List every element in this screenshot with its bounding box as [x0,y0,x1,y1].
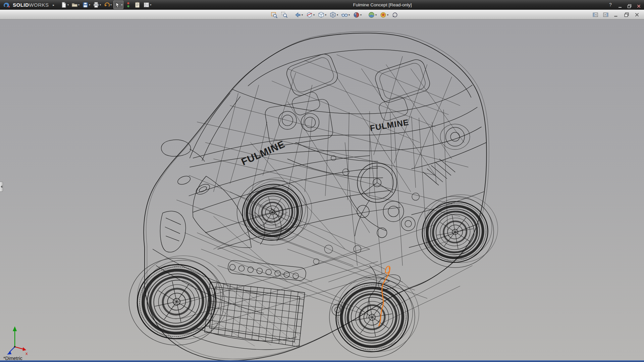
rear-right-wheel[interactable] [417,193,497,267]
save-button[interactable]: ▾ [81,1,91,9]
new-document-icon [61,2,67,8]
hide-show-items-button[interactable]: ▾ [340,10,351,19]
display-style-button[interactable]: ▾ [328,10,339,19]
dropdown-caret-icon[interactable]: ▾ [121,3,122,6]
open-icon [71,2,78,8]
wireframe-car-model[interactable]: FULMINE FULMINE [129,32,498,360]
dropdown-caret-icon[interactable]: ▾ [337,13,338,16]
file-properties-button[interactable] [133,1,142,9]
help-button[interactable]: ? [608,0,613,10]
view-orientation-button[interactable]: ▾ [317,10,327,19]
view-toolbar: ▾▾▾▾▾▾▾▾ [270,10,399,19]
collapse-feature-pane-icon [593,12,598,17]
standard-toolbar: ▾▾▾▾▾▾▾ [60,1,152,9]
previous-view-button[interactable]: ▾ [293,10,304,19]
print-icon [93,2,99,8]
selection-filter-icon [125,2,131,8]
close-document-icon [634,12,640,17]
show-task-pane-button[interactable] [602,11,609,18]
hide-show-items-icon [341,11,348,18]
section-view-icon [306,11,313,18]
minimize-button[interactable] [617,1,623,8]
dropdown-caret-icon[interactable]: ▾ [150,3,151,6]
graphics-viewport[interactable]: FULMINE FULMINE [0,19,644,360]
selection-filter-button[interactable] [124,1,132,9]
view-settings-button[interactable]: ▾ [379,10,389,19]
dropdown-caret-icon[interactable]: ▾ [325,13,326,16]
heads-up-view-bar: ▾▾▾▾▾▾▾▾ [0,10,644,19]
close-icon [637,4,641,8]
dropdown-caret-icon[interactable]: ▾ [100,3,101,6]
dropdown-caret-icon[interactable]: ▾ [78,3,79,6]
close-document-button[interactable] [633,11,641,18]
print-button[interactable]: ▾ [92,1,102,9]
decal-text-rear: FULMINE [369,118,410,133]
options-button[interactable]: ▾ [142,1,152,9]
select-button[interactable]: ▾ [113,1,123,9]
close-button[interactable] [636,1,641,8]
view-orientation-label: *Dimetric [3,356,22,360]
dropdown-caret-icon[interactable]: ▾ [313,13,315,16]
zoom-to-area-button[interactable] [280,10,289,19]
save-icon [82,2,89,8]
titlebar: SOLIDWORKS ▸ ▾▾▾▾▾▾▾ Fulmine Concept [Re… [0,0,644,10]
restore-document-button[interactable] [623,11,630,18]
undo-icon [104,2,110,8]
restore-document-icon [624,12,629,17]
window-controls: ? [608,0,641,10]
apply-scene-icon [368,11,375,18]
view-orientation-icon [318,11,325,18]
solidworks-brand: SOLIDWORKS [0,2,52,8]
apply-scene-button[interactable]: ▾ [367,10,378,19]
collapse-arrow-icon [1,185,2,188]
zoom-to-area-icon [281,11,288,18]
dropdown-caret-icon[interactable]: ▾ [360,13,362,16]
minimize-document-button[interactable] [612,11,620,18]
3ds-logo-icon [3,2,11,8]
undo-button[interactable]: ▾ [103,1,113,9]
minimize-icon [618,4,622,8]
select-icon [114,2,121,8]
collapse-feature-pane-button[interactable] [592,11,599,18]
dropdown-caret-icon[interactable]: ▾ [89,3,90,6]
zoom-to-fit-icon [271,11,278,18]
document-window-controls [592,11,641,18]
restore-button[interactable] [627,1,632,8]
dropdown-caret-icon[interactable]: ▾ [110,3,112,6]
dropdown-caret-icon[interactable]: ▾ [348,13,350,16]
triad-x-label: x [25,351,28,356]
edit-appearance-icon [353,11,360,18]
dropdown-caret-icon[interactable]: ▾ [67,3,69,6]
previous-view-icon [294,11,301,18]
model-canvas[interactable]: FULMINE FULMINE [0,19,644,360]
rotate-view-button[interactable] [390,10,399,19]
restore-icon [627,4,632,8]
toolbar-flyout-arrow-icon[interactable]: ▸ [53,3,55,7]
display-style-icon [329,11,336,18]
orientation-triad-icon[interactable]: x [7,326,28,356]
open-button[interactable]: ▾ [70,1,80,9]
rotate-view-icon [391,11,398,18]
feature-pane-collapse-tab[interactable] [0,182,3,192]
section-view-button[interactable]: ▾ [305,10,316,19]
zoom-to-fit-button[interactable] [270,10,279,19]
rear-left-wheel[interactable] [236,175,312,247]
options-icon [143,2,150,8]
dropdown-caret-icon[interactable]: ▾ [302,13,303,16]
file-properties-icon [134,2,141,8]
new-document-button[interactable]: ▾ [60,1,70,9]
show-task-pane-icon [603,12,608,17]
edit-appearance-button[interactable]: ▾ [352,10,363,19]
brand-wordmark: SOLIDWORKS [13,2,49,8]
view-settings-icon [380,11,387,18]
front-right-wheel[interactable] [330,273,419,358]
minimize-document-icon [613,12,619,17]
document-title: Fulmine Concept [Read-only] [332,2,433,7]
dropdown-caret-icon[interactable]: ▾ [375,13,377,16]
taskbar-edge[interactable] [0,360,644,362]
dropdown-caret-icon[interactable]: ▾ [387,13,388,16]
